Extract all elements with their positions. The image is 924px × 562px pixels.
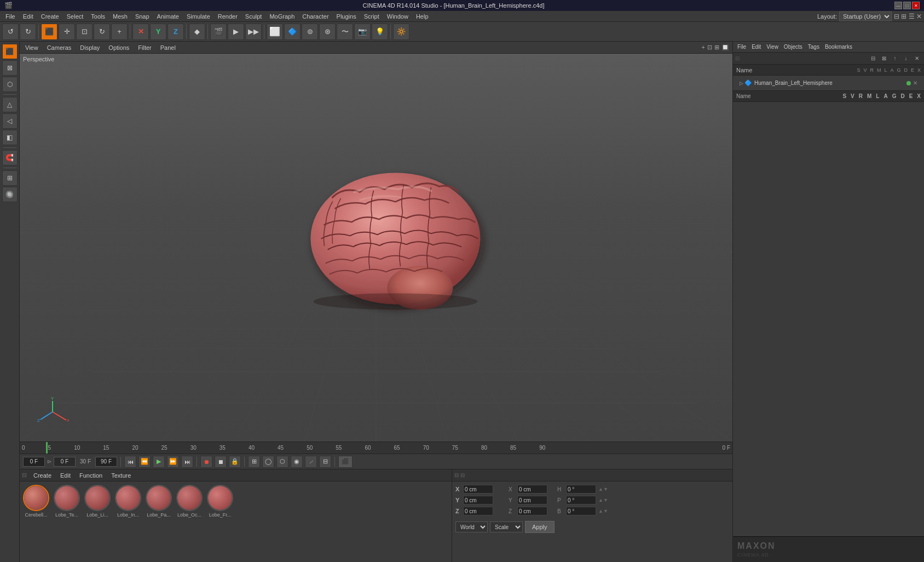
- path-button[interactable]: ⟋: [305, 456, 317, 468]
- deformer-button[interactable]: ⊛: [319, 24, 336, 40]
- cube-primitive-button[interactable]: ⬜: [267, 24, 283, 40]
- right-menu-bookmarks[interactable]: Bookmarks: [823, 43, 854, 50]
- menu-script[interactable]: Script: [361, 12, 383, 21]
- texture-mode-button[interactable]: ⊠: [2, 60, 18, 76]
- stop-button[interactable]: ⏹: [215, 456, 227, 468]
- p-stepper[interactable]: ▲▼: [598, 497, 608, 503]
- menu-render[interactable]: Render: [215, 12, 241, 21]
- menu-edit[interactable]: Edit: [20, 12, 37, 21]
- right-menu-edit[interactable]: Edit: [749, 43, 763, 50]
- menu-mograph[interactable]: MoGraph: [266, 12, 298, 21]
- menu-create[interactable]: Create: [38, 12, 62, 21]
- z-pos-input[interactable]: [463, 507, 493, 515]
- null-object-button[interactable]: 🔆: [393, 24, 409, 40]
- x-size-input[interactable]: [517, 485, 547, 494]
- object-item-brain[interactable]: ▷ 🔷 Human_Brain_Left_Hemisphere ✕: [736, 78, 921, 88]
- timeline-area[interactable]: 0 5 10 15 20 25 30 35 40 45 50 55 60 65 …: [20, 441, 732, 454]
- plus-tool-button[interactable]: +: [111, 24, 128, 40]
- p-rot-input[interactable]: [566, 496, 596, 504]
- material-item-lobe-li[interactable]: Lobe_Li...: [84, 485, 111, 518]
- material-item-cerebellum[interactable]: Cerebell...: [23, 485, 49, 518]
- magnet-button[interactable]: 🧲: [2, 150, 18, 165]
- layer-button[interactable]: ⊞: [2, 170, 18, 186]
- current-frame-input[interactable]: [23, 457, 45, 467]
- right-menu-view[interactable]: View: [764, 43, 781, 50]
- menu-snap[interactable]: Snap: [132, 12, 153, 21]
- go-end-button[interactable]: ⏭: [181, 456, 193, 468]
- h-rot-input[interactable]: [566, 485, 596, 494]
- vp-menu-panel[interactable]: Panel: [158, 43, 178, 52]
- model-mode-button[interactable]: ⬛: [2, 44, 18, 59]
- y-size-input[interactable]: [517, 496, 547, 504]
- play-button[interactable]: ▶: [153, 456, 165, 468]
- b-rot-input[interactable]: [566, 507, 596, 515]
- scale-tool-button[interactable]: ⊡: [76, 24, 93, 40]
- material-item-lobe-oc[interactable]: Lobe_Oc...: [176, 485, 203, 518]
- polygon-button[interactable]: ⬡: [276, 456, 288, 468]
- grid-axes-button[interactable]: ⊞: [248, 456, 260, 468]
- vp-icon-4[interactable]: 🔲: [721, 44, 729, 51]
- extra-button-1[interactable]: ⬛: [338, 456, 353, 468]
- menu-character[interactable]: Character: [299, 12, 332, 21]
- y-constraint-button[interactable]: Y: [150, 24, 166, 40]
- loop-button[interactable]: 🔒: [229, 456, 241, 468]
- right-icon-1[interactable]: ⊟: [868, 54, 878, 64]
- step-forward-button[interactable]: ⏩: [167, 456, 179, 468]
- viewport[interactable]: Perspective: [20, 54, 732, 441]
- right-menu-objects[interactable]: Objects: [782, 43, 805, 50]
- menu-select[interactable]: Select: [63, 12, 87, 21]
- vp-icon-1[interactable]: +: [702, 44, 705, 51]
- camera-button[interactable]: 📷: [354, 24, 371, 40]
- x-pos-input[interactable]: [463, 485, 493, 494]
- right-icon-3[interactable]: ↑: [890, 54, 900, 64]
- faces-mode-button[interactable]: ◧: [2, 130, 18, 145]
- record-button[interactable]: ⏺: [200, 456, 212, 468]
- mat-menu-create[interactable]: Create: [31, 471, 54, 480]
- menu-help[interactable]: Help: [413, 12, 432, 21]
- vp-menu-options[interactable]: Options: [106, 43, 131, 52]
- vp-menu-filter[interactable]: Filter: [136, 43, 153, 52]
- render-sequence-button[interactable]: ▶▶: [245, 24, 262, 40]
- snap-button[interactable]: 🔘: [2, 187, 18, 202]
- obj-active-dot[interactable]: [906, 81, 911, 85]
- vp-menu-view[interactable]: View: [23, 43, 41, 52]
- obj-close-btn[interactable]: ✕: [913, 80, 917, 86]
- polygon-mode-button[interactable]: ⬡: [2, 77, 18, 92]
- rotate-tool-button[interactable]: ↻: [94, 24, 110, 40]
- mat-menu-edit[interactable]: Edit: [58, 471, 73, 480]
- close-button[interactable]: ✕: [912, 2, 920, 9]
- material-item-lobe-in[interactable]: Lobe_In...: [115, 485, 141, 518]
- circle-button[interactable]: ◯: [262, 456, 274, 468]
- menu-window[interactable]: Window: [384, 12, 412, 21]
- right-icon-2[interactable]: ⊠: [879, 54, 889, 64]
- vp-icon-2[interactable]: ⊡: [707, 44, 712, 51]
- menu-plugins[interactable]: Plugins: [333, 12, 360, 21]
- array-button[interactable]: ⊚: [302, 24, 318, 40]
- light-button[interactable]: 💡: [372, 24, 388, 40]
- render-region-button[interactable]: 🎬: [210, 24, 227, 40]
- y-pos-input[interactable]: [463, 496, 493, 504]
- transform-mode-dropdown[interactable]: Scale Rotate Move: [490, 521, 523, 532]
- edges-mode-button[interactable]: ◁: [2, 113, 18, 129]
- end-frame-input[interactable]: [95, 457, 117, 467]
- move-tool-button[interactable]: ✛: [59, 24, 75, 40]
- vp-icon-3[interactable]: ⊞: [714, 44, 719, 51]
- step-back-button[interactable]: ⏪: [138, 456, 151, 468]
- stamp-button[interactable]: ◉: [291, 456, 303, 468]
- z-size-input[interactable]: [517, 507, 547, 515]
- go-start-button[interactable]: ⏮: [124, 456, 136, 468]
- points-mode-button[interactable]: △: [2, 97, 18, 112]
- redo-button[interactable]: ↻: [20, 24, 36, 40]
- material-item-lobe-te[interactable]: Lobe_Te...: [54, 485, 80, 518]
- undo-button[interactable]: ↺: [2, 24, 19, 40]
- h-stepper[interactable]: ▲▼: [598, 486, 608, 492]
- menu-mesh[interactable]: Mesh: [109, 12, 131, 21]
- material-item-lobe-pa[interactable]: Lobe_Pa...: [146, 485, 172, 518]
- menu-animate[interactable]: Animate: [154, 12, 182, 21]
- right-icon-5[interactable]: ✕: [912, 54, 922, 64]
- mat-menu-function[interactable]: Function: [77, 471, 105, 480]
- menu-file[interactable]: File: [2, 12, 19, 21]
- apply-button[interactable]: Apply: [525, 521, 555, 533]
- render-frame-button[interactable]: ▶: [228, 24, 244, 40]
- menu-simulate[interactable]: Simulate: [183, 12, 213, 21]
